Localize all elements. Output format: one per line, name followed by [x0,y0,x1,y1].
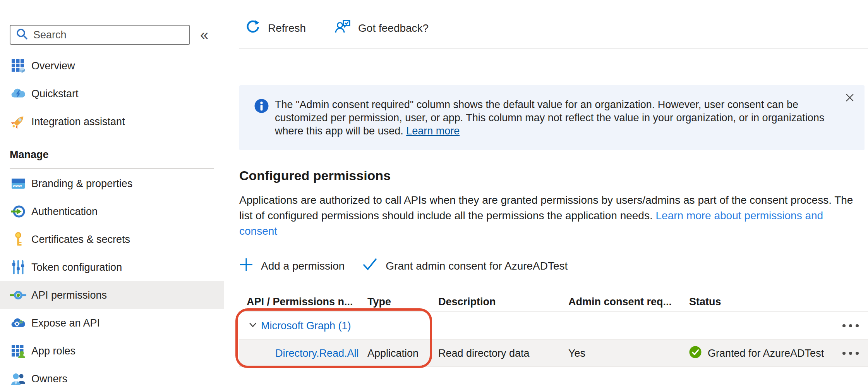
authentication-icon [10,203,27,220]
overview-icon [10,57,27,74]
sidebar-item-app-roles[interactable]: App roles [0,337,224,365]
sidebar-item-certificates-secrets[interactable]: Certificates & secrets [0,225,224,253]
ellipsis-icon [842,352,859,355]
sidebar-divider [10,168,214,169]
chevron-down-icon [249,322,257,330]
sidebar-item-expose-an-api[interactable]: Expose an API [0,309,224,337]
group-more-menu[interactable] [842,324,868,327]
sidebar-item-quickstart[interactable]: Quickstart [0,80,224,108]
table-row-directory-read-all: Directory.Read.All Application Read dire… [239,340,868,367]
admin-consent-required-value: Yes [568,347,689,359]
table-header-row: API / Permissions n... Type Description … [239,292,868,312]
sidebar-item-label: Quickstart [31,88,79,100]
sidebar-nav: Overview Quickstart Integration assistan… [0,52,224,392]
info-banner-message: The "Admin consent required" column show… [275,99,824,137]
sidebar-item-token-configuration[interactable]: Token configuration [0,253,224,281]
feedback-icon [334,18,351,38]
check-icon [362,258,378,274]
grant-admin-consent-button[interactable]: Grant admin consent for AzureADTest [362,258,568,274]
actions-row: Add a permission Grant admin consent for… [239,258,868,274]
row-more-menu[interactable] [842,352,868,355]
expose-api-icon [10,315,27,332]
owners-icon [10,370,27,387]
refresh-label: Refresh [268,22,306,34]
column-header-description: Description [438,296,568,308]
sidebar-item-integration-assistant[interactable]: Integration assistant [0,108,224,136]
quickstart-icon [10,85,27,102]
banner-learn-more-link[interactable]: Learn more [406,125,460,137]
info-banner: The "Admin consent required" column show… [239,85,865,150]
sidebar-item-label: Integration assistant [31,116,125,128]
group-name-link[interactable]: Microsoft Graph (1) [261,320,351,332]
sidebar-item-label: Token configuration [31,261,122,273]
permissions-table: API / Permissions n... Type Description … [239,292,868,367]
column-header-admin-consent-required: Admin consent req... [568,296,689,308]
page-title: Configured permissions [239,168,868,183]
toolbar: Refresh Got feedback? [239,0,868,49]
permission-type: Application [367,347,438,359]
integration-assistant-icon [10,113,27,130]
sidebar-item-label: Overview [31,60,75,72]
sidebar-item-authentication[interactable]: Authentication [0,198,224,225]
close-icon[interactable] [845,92,854,105]
search-icon [15,28,29,42]
api-permissions-icon [10,287,27,304]
status-cell: Granted for AzureADTest [689,346,842,361]
sidebar-section-manage: Manage [0,146,224,163]
sidebar-item-overview[interactable]: Overview [0,52,224,80]
svg-text:www: www [12,184,22,188]
search-input[interactable] [33,29,184,41]
feedback-label: Got feedback? [358,22,429,34]
sidebar-item-label: API permissions [31,289,107,301]
search-box[interactable] [10,25,190,45]
grant-admin-consent-label: Grant admin consent for AzureADTest [386,260,568,272]
sidebar: « Overview Quickstart Integration assist… [0,0,224,392]
plus-icon [239,258,253,274]
main-content: Refresh Got feedback? The "Admin consent… [224,0,868,392]
permission-name-link[interactable]: Directory.Read.All [239,347,367,359]
token-configuration-icon [10,259,27,276]
sidebar-item-owners[interactable]: Owners [0,365,224,392]
sidebar-item-api-permissions[interactable]: API permissions [0,281,224,309]
group-toggle[interactable]: Microsoft Graph (1) [239,320,842,332]
sidebar-item-label: Branding & properties [31,178,132,190]
sidebar-item-label: Owners [31,373,67,385]
ellipsis-icon [842,324,859,327]
collapse-sidebar-icon[interactable]: « [200,28,208,42]
column-header-type: Type [367,296,438,308]
app-roles-icon [10,342,27,359]
column-header-status: Status [689,296,842,308]
add-permission-label: Add a permission [261,260,345,272]
granted-check-icon [689,346,702,361]
status-label: Granted for AzureADTest [708,347,824,359]
table-group-row-microsoft-graph: Microsoft Graph (1) [239,312,868,340]
certificates-secrets-icon [10,231,27,248]
sidebar-item-label: App roles [31,345,75,357]
toolbar-separator [320,20,320,37]
sidebar-item-label: Authentication [31,206,98,218]
info-icon [254,99,269,116]
add-permission-button[interactable]: Add a permission [239,258,345,274]
sidebar-item-label: Certificates & secrets [31,234,130,246]
column-header-api-permissions-name: API / Permissions n... [239,296,367,308]
refresh-button[interactable]: Refresh [245,19,306,38]
sidebar-search-row: « [0,25,224,45]
sidebar-item-label: Expose an API [31,317,100,329]
app-root: « Overview Quickstart Integration assist… [0,0,868,392]
intro-text: Applications are authorized to call APIs… [239,193,859,239]
sidebar-item-branding-properties[interactable]: www Branding & properties [0,170,224,198]
refresh-icon [245,19,261,38]
permission-description: Read directory data [438,347,568,359]
got-feedback-button[interactable]: Got feedback? [334,18,429,38]
branding-icon: www [10,175,27,192]
